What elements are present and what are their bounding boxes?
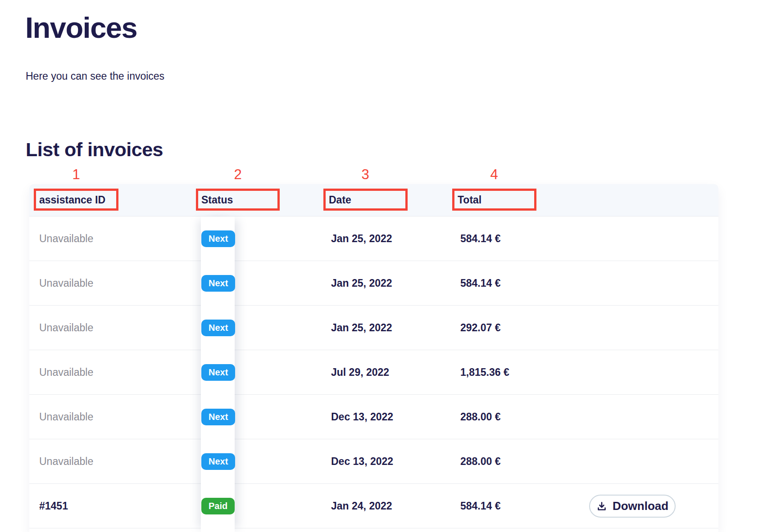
date-cell: Jan 24, 2022 xyxy=(331,484,392,528)
annotation-number-3: 3 xyxy=(361,167,369,183)
total-cell: 292.07 € xyxy=(460,306,501,350)
table-header-row: assistance ID Status Date Total xyxy=(29,184,718,216)
status-badge: Paid xyxy=(201,498,235,514)
date-cell: Dec 13, 2022 xyxy=(331,439,393,483)
status-badge: Next xyxy=(201,409,235,425)
download-icon xyxy=(596,501,607,512)
date-cell: Jan 25, 2022 xyxy=(331,216,392,261)
total-cell: 584.14 € xyxy=(460,484,501,528)
status-badge: Next xyxy=(201,453,235,470)
status-badge: Next xyxy=(201,275,235,292)
assistance-id-cell: Unavailable xyxy=(39,395,93,439)
page-subtitle: Here you can see the invoices xyxy=(26,70,164,82)
assistance-id-cell: Unavailable xyxy=(39,261,93,305)
table-row: #1451 Paid Jan 24, 2022 584.14 € Downloa… xyxy=(29,484,718,528)
annotation-box-assistance-id xyxy=(34,189,118,211)
table-row: Unavailable Next Dec 13, 2022 288.00 € xyxy=(29,439,718,484)
status-badge: Next xyxy=(201,230,235,247)
annotation-box-status xyxy=(196,189,280,211)
annotation-number-2: 2 xyxy=(234,167,241,183)
section-heading: List of invoices xyxy=(26,139,163,161)
status-badge: Next xyxy=(201,364,235,381)
page-title: Invoices xyxy=(25,11,137,45)
annotation-box-total xyxy=(452,189,536,211)
assistance-id-cell: Unavailable xyxy=(39,306,93,350)
annotation-number-1: 1 xyxy=(72,167,80,183)
date-cell: Jan 25, 2022 xyxy=(331,261,392,305)
invoices-table: assistance ID Status Date Total Unavaila… xyxy=(29,184,718,532)
date-cell: Dec 13, 2022 xyxy=(331,395,393,439)
annotation-box-date xyxy=(323,189,408,211)
assistance-id-cell: #1451 xyxy=(39,484,68,528)
date-cell: Jan 25, 2022 xyxy=(331,306,392,350)
table-row: Unavailable Next Dec 13, 2022 288.00 € xyxy=(29,395,718,439)
assistance-id-cell: Unavailable xyxy=(39,350,93,394)
table-body: Unavailable Next Jan 25, 2022 584.14 € U… xyxy=(29,216,718,532)
total-cell: 584.14 € xyxy=(460,216,501,261)
assistance-id-cell: Unavailable xyxy=(39,216,93,261)
download-button[interactable]: Download xyxy=(589,495,676,518)
table-row: Unavailable Next Jul 29, 2022 1,815.36 € xyxy=(29,350,718,395)
total-cell: 1,815.36 € xyxy=(460,350,509,394)
date-cell: Jul 29, 2022 xyxy=(331,350,389,394)
table-row: Unavailable Next Jan 25, 2022 584.14 € xyxy=(29,216,718,261)
table-row: Unavailable Next Jan 25, 2022 292.07 € xyxy=(29,306,718,350)
assistance-id-cell: Unavailable xyxy=(39,439,93,483)
total-cell: 288.00 € xyxy=(460,395,501,439)
total-cell: 584.14 € xyxy=(460,261,501,305)
total-cell: 288.00 € xyxy=(460,439,501,483)
download-button-label: Download xyxy=(613,499,668,513)
table-row: Unavailable Next Jan 25, 2022 584.14 € xyxy=(29,261,718,306)
annotation-number-4: 4 xyxy=(490,167,498,183)
status-badge: Next xyxy=(201,320,235,336)
